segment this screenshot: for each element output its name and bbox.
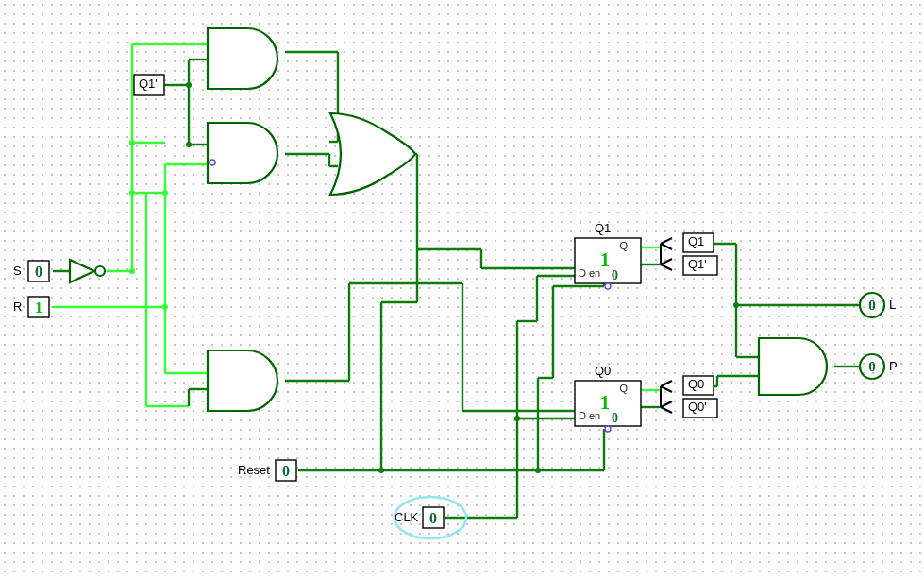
input-pin-s[interactable]: 0	[28, 261, 49, 281]
ff-q0-state: 1	[600, 392, 610, 413]
svg-text:0: 0	[429, 510, 437, 526]
splitter-q0	[661, 381, 672, 413]
output-led-p[interactable]: 0	[860, 354, 884, 379]
svg-point-0	[129, 268, 135, 274]
svg-point-6	[186, 142, 192, 147]
label-ff-q1-title: Q1	[595, 221, 611, 235]
ff-q1-pin-en: en	[589, 267, 600, 279]
label-l: L	[889, 298, 896, 312]
ff-q0-enval: 0	[612, 411, 618, 425]
label-clk: CLK	[395, 510, 418, 524]
svg-point-10	[733, 302, 739, 308]
and-gate-2[interactable]	[208, 123, 277, 183]
ff-q1-pin-d: D	[579, 267, 586, 279]
svg-text:0: 0	[868, 359, 876, 374]
label-ff-q0-title: Q0	[595, 364, 611, 378]
svg-point-9	[514, 416, 520, 421]
svg-point-3	[162, 190, 168, 196]
input-pin-reset[interactable]: 0	[276, 460, 296, 481]
svg-point-14	[605, 283, 611, 289]
svg-point-11	[210, 160, 215, 165]
not-gate-s[interactable]	[70, 260, 105, 282]
input-pin-r[interactable]: 1	[28, 297, 49, 317]
svg-point-7	[378, 468, 384, 473]
label-tunnel-q0: Q0	[688, 377, 704, 391]
ff-q0-pin-en: en	[589, 410, 600, 421]
label-p: P	[889, 359, 898, 373]
output-led-l[interactable]: 0	[860, 293, 884, 317]
svg-point-1	[129, 190, 135, 196]
svg-point-4	[162, 304, 168, 310]
flipflop-q0[interactable]: D en Q 1 0	[575, 381, 641, 432]
and-gate-3[interactable]	[208, 350, 277, 411]
svg-text:0: 0	[35, 264, 42, 280]
label-tunnel-q1p-src: Q1'	[139, 77, 158, 91]
ff-q1-state: 1	[600, 249, 610, 270]
svg-text:0: 0	[868, 298, 876, 313]
ff-q1-enval: 0	[612, 268, 618, 282]
label-r: R	[13, 299, 22, 314]
ff-q0-pin-q: Q	[619, 383, 628, 394]
label-tunnel-q1p: Q1'	[688, 257, 707, 271]
label-s: S	[13, 264, 22, 278]
ff-q0-pin-d: D	[579, 410, 586, 421]
or-gate-1[interactable]	[330, 113, 415, 195]
ff-q1-pin-q: Q	[619, 240, 628, 251]
and-gate-1[interactable]	[208, 28, 277, 89]
svg-point-12	[95, 266, 105, 276]
svg-point-5	[186, 82, 192, 88]
splitter-q1	[661, 238, 672, 270]
flipflop-q1[interactable]: D en Q 1 0	[575, 238, 641, 289]
svg-text:0: 0	[282, 463, 290, 479]
svg-point-16	[605, 426, 611, 432]
svg-text:1: 1	[35, 299, 42, 316]
svg-point-2	[129, 140, 135, 145]
svg-point-8	[535, 468, 541, 473]
label-reset: Reset	[238, 463, 270, 477]
label-tunnel-q1: Q1	[688, 234, 704, 248]
label-tunnel-q0p: Q0'	[688, 400, 707, 414]
and-gate-p[interactable]	[759, 338, 827, 395]
